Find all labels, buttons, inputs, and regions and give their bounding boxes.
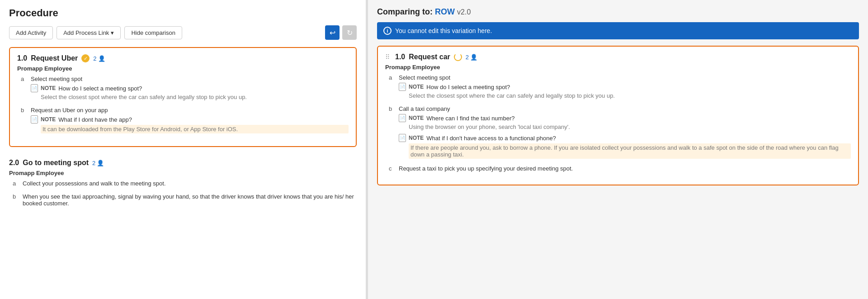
right-substep-a-text: Select meeting spot	[399, 74, 851, 81]
right-note-b1: 📄 NOTE Where can I find the taxi number?…	[399, 114, 851, 130]
step-1-header: 1.0 Request Uber ✓ 2 👤	[17, 54, 349, 62]
right-note-icon-a: 📄	[399, 83, 406, 91]
right-note-a: 📄 NOTE How do I select a meeting spot? S…	[399, 83, 851, 99]
note-b-question: What if I dont have the app?	[58, 116, 132, 123]
step2-substep-b-letter: b	[13, 193, 18, 200]
step-1-block: 1.0 Request Uber ✓ 2 👤 Promapp Employee …	[9, 47, 357, 147]
right-step-1-header: ⠿ 1.0 Request car 2 👤	[385, 53, 851, 61]
undo-button[interactable]: ↩	[325, 25, 340, 40]
info-banner: i You cannot edit this variation here.	[377, 22, 859, 39]
right-substep-c-text: Request a taxi to pick you up specifying…	[399, 165, 851, 172]
right-note-a-answer: Select the closest spot where the car ca…	[409, 92, 851, 99]
person-icon: 👤	[98, 55, 105, 62]
step-2-number: 2.0	[9, 159, 19, 167]
right-note-b2: 📄 NOTE What if I don't have access to a …	[399, 134, 851, 159]
dropdown-arrow-icon: ▾	[111, 29, 114, 36]
step2-substep-a-text: Collect your possessions and walk to the…	[23, 180, 357, 187]
step-2-block: 2.0 Go to meeting spot 2 👤 Promapp Emplo…	[9, 154, 357, 209]
hide-comparison-button[interactable]: Hide comparison	[124, 26, 182, 39]
substep-a-letter: a	[21, 76, 26, 82]
drag-handle-icon: ⠿	[385, 53, 390, 61]
step-2-substep-b: b When you see the taxi approaching, sig…	[13, 193, 357, 209]
right-step-1-substep-a: a Select meeting spot 📄 NOTE How do I se…	[389, 74, 851, 101]
right-substep-b-text: Call a taxi company	[399, 105, 851, 112]
step2-substep-b-content: When you see the taxi approaching, signa…	[23, 193, 357, 209]
step-1-substep-b: b Request an Uber on your app 📄 NOTE Wha…	[21, 107, 349, 135]
redo-button[interactable]: ↻	[342, 25, 357, 40]
step2-substep-a-letter: a	[13, 180, 18, 187]
note-icon-b: 📄	[31, 115, 38, 123]
right-substep-c-content: Request a taxi to pick you up specifying…	[399, 165, 851, 174]
step2-substep-b-text: When you see the taxi approaching, signa…	[23, 193, 357, 207]
add-process-link-button[interactable]: Add Process Link ▾	[57, 26, 121, 39]
left-panel: Procedure Add Activity Add Process Link …	[0, 0, 366, 299]
right-substep-c-letter: c	[389, 165, 394, 172]
right-substep-b-content: Call a taxi company 📄 NOTE Where can I f…	[399, 105, 851, 161]
spinner-icon	[454, 53, 462, 61]
person-icon-2: 👤	[97, 160, 104, 166]
right-step-1-title: Request car	[409, 53, 450, 61]
right-step-1-substep-b: b Call a taxi company 📄 NOTE Where can I…	[389, 105, 851, 161]
right-note-a-question: How do I select a meeting spot?	[426, 84, 510, 90]
right-substep-b-letter: b	[389, 105, 394, 112]
note-b-answer: It can be downloaded from the Play Store…	[41, 125, 349, 133]
step-2-substep-a: a Collect your possessions and walk to t…	[13, 180, 357, 189]
right-step-1-substep-c: c Request a taxi to pick you up specifyi…	[389, 165, 851, 174]
substep-b-text: Request an Uber on your app	[31, 107, 349, 114]
right-note-b2-answer: If there are people around you, ask to b…	[409, 143, 851, 159]
step-2-title: Go to meeting spot	[23, 159, 89, 167]
substep-b-content: Request an Uber on your app 📄 NOTE What …	[31, 107, 349, 135]
step-2-header: 2.0 Go to meeting spot 2 👤	[9, 159, 357, 167]
person-icon-right: 👤	[470, 54, 477, 61]
right-step-1-number: 1.0	[395, 53, 405, 61]
page-title: Procedure	[9, 7, 357, 19]
step2-substep-a-content: Collect your possessions and walk to the…	[23, 180, 357, 189]
step-1-role: Promapp Employee	[17, 65, 349, 72]
right-note-b1-question: Where can I find the taxi number?	[426, 115, 514, 122]
compare-header: Comparing to: ROW v2.0	[377, 7, 859, 17]
redo-icon: ↻	[347, 28, 353, 37]
undo-icon: ↩	[330, 28, 335, 37]
step-1-title: Request Uber	[31, 54, 78, 62]
user-icon: 2	[93, 55, 96, 62]
right-substep-a-content: Select meeting spot 📄 NOTE How do I sele…	[399, 74, 851, 101]
right-step-1-user-count: 2 👤	[466, 54, 477, 61]
right-step-1-role: Promapp Employee	[385, 64, 851, 71]
right-note-b1-answer: Using the browser on your phone, search …	[409, 123, 851, 130]
note-a-header: 📄 NOTE How do I select a meeting spot?	[31, 84, 349, 92]
right-note-b2-question: What if I don't have access to a functio…	[426, 135, 556, 142]
right-step-1-block: ⠿ 1.0 Request car 2 👤 Promapp Employee a…	[377, 46, 859, 185]
step-1-number: 1.0	[17, 54, 27, 62]
step-1-user-count: 2 👤	[93, 55, 105, 62]
add-activity-button[interactable]: Add Activity	[9, 26, 53, 39]
step-2-user-count: 2 👤	[92, 160, 104, 166]
substep-b-letter: b	[21, 107, 26, 114]
right-note-icon-b2: 📄	[399, 134, 406, 142]
right-panel: Comparing to: ROW v2.0 i You cannot edit…	[368, 0, 868, 299]
toolbar: Add Activity Add Process Link ▾ Hide com…	[9, 25, 357, 40]
substep-a-note: 📄 NOTE How do I select a meeting spot? S…	[31, 84, 349, 100]
substep-a-content: Select meeting spot 📄 NOTE How do I sele…	[31, 76, 349, 102]
note-b-header: 📄 NOTE What if I dont have the app?	[31, 115, 349, 123]
note-a-answer: Select the closest spot where the car ca…	[41, 94, 349, 100]
substep-a-text: Select meeting spot	[31, 76, 349, 82]
substep-b-note: 📄 NOTE What if I dont have the app? It c…	[31, 115, 349, 133]
note-icon-a: 📄	[31, 84, 38, 92]
right-note-icon-b1: 📄	[399, 114, 406, 122]
info-icon: i	[383, 27, 392, 35]
note-a-question: How do I select a meeting spot?	[58, 85, 142, 92]
right-substep-a-letter: a	[389, 74, 394, 81]
check-icon: ✓	[81, 54, 90, 62]
step-2-role: Promapp Employee	[9, 170, 357, 176]
step-1-substep-a: a Select meeting spot 📄 NOTE How do I se…	[21, 76, 349, 102]
